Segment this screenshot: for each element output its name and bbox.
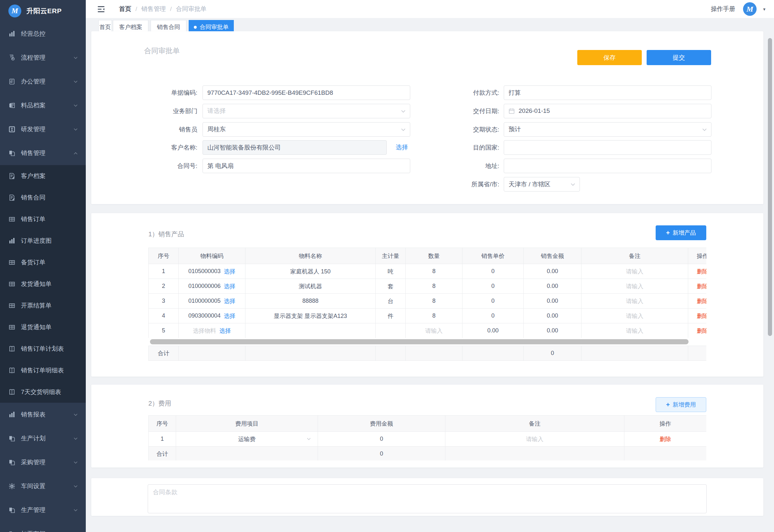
sidebar-item-销售合同[interactable]: 销售合同 [0, 187, 86, 208]
sidebar-item-退货通知单[interactable]: 退货通知单 [0, 316, 86, 338]
sidebar-item-料品档案[interactable]: 料品档案 [0, 94, 86, 117]
cell-amount[interactable]: 0 [318, 432, 445, 447]
cell-qty[interactable]: 8 [406, 309, 462, 323]
sidebar-item-生产管理[interactable]: 生产管理 [0, 498, 86, 522]
contract-terms-textarea[interactable]: 合同条款 [148, 484, 707, 513]
delete-row-link[interactable]: 删除 [697, 283, 707, 290]
sidebar-item-客户档案[interactable]: 客户档案 [0, 165, 86, 187]
avatar[interactable] [743, 2, 757, 16]
vertical-scrollbar[interactable] [768, 38, 772, 336]
tab-销售合同[interactable]: 销售合同 [151, 20, 186, 31]
manual-link[interactable]: 操作手册 [711, 5, 735, 13]
cell-note[interactable]: 请输入 [581, 279, 688, 294]
copy-icon [9, 459, 15, 466]
sidebar-item-研发管理[interactable]: 研发管理 [0, 117, 86, 141]
tab-客户档案[interactable]: 客户档案 [113, 20, 148, 31]
add-product-button[interactable]: 新增产品 [656, 225, 706, 240]
sidebar-item-销售报表[interactable]: 销售报表 [0, 403, 86, 427]
delete-fee-link[interactable]: 删除 [660, 436, 671, 442]
sidebar-item-销售订单[interactable]: 销售订单 [0, 208, 86, 230]
cell-note[interactable]: 请输入 [581, 309, 688, 323]
field-业务部门[interactable]: 请选择 [203, 104, 410, 118]
field-交付日期[interactable]: 2026-01-15 [504, 104, 711, 118]
field-客户名称[interactable]: 山河智能装备股份有限公司 [203, 140, 387, 155]
products-grid: 合计0 [148, 346, 706, 361]
choose-material-link[interactable]: 选择 [224, 297, 235, 305]
field-销售员[interactable]: 周桂东 [203, 122, 410, 137]
tab-合同审批单[interactable]: 合同审批单 [189, 20, 234, 31]
cell-price[interactable]: 0 [462, 279, 524, 294]
sidebar-item-7天交货明细表[interactable]: 7天交货明细表 [0, 381, 86, 403]
sidebar-item-经营总控[interactable]: 经营总控 [0, 22, 86, 46]
total-amount: 0 [318, 447, 445, 461]
field-合同号[interactable]: 第 电风扇 [203, 159, 410, 173]
cell-note[interactable]: 请输入 [445, 432, 624, 447]
cell-price[interactable]: 0 [462, 309, 524, 323]
horizontal-scrollbar[interactable] [150, 339, 689, 344]
cell-qty[interactable]: 8 [406, 264, 462, 279]
note-placeholder: 请输入 [626, 283, 643, 290]
breadcrumb-item[interactable]: 销售管理 [141, 5, 166, 13]
caret-down-icon[interactable] [762, 7, 766, 12]
cell-qty[interactable]: 8 [406, 279, 462, 294]
sidebar-item-销售订单计划表[interactable]: 销售订单计划表 [0, 338, 86, 360]
cell-price[interactable]: 0 [462, 264, 524, 279]
sidebar-item-办公管理[interactable]: 办公管理 [0, 70, 86, 94]
field-地址[interactable] [504, 159, 711, 173]
field-交期状态[interactable]: 预计 [504, 122, 711, 137]
chevron-down-icon [73, 412, 78, 417]
material-code: 选择物料 [193, 327, 216, 335]
sidebar-item-加工车间[interactable]: 加工车间 [0, 522, 86, 532]
total-empty [406, 346, 462, 361]
qty-placeholder: 请输入 [425, 328, 443, 334]
book-icon [9, 367, 15, 374]
save-button[interactable]: 保存 [577, 50, 642, 65]
field-目的国家[interactable] [504, 140, 711, 155]
sidebar-item-label: 销售合同 [21, 193, 45, 202]
cell-note[interactable]: 请输入 [581, 294, 688, 309]
sidebar-item-销售管理[interactable]: 销售管理 [0, 141, 86, 165]
terms-placeholder: 合同条款 [153, 489, 177, 496]
choose-material-link[interactable]: 选择 [224, 312, 235, 320]
sidebar-item-label: 加工车间 [21, 530, 45, 532]
field-付款方式[interactable]: 打算 [504, 85, 711, 100]
delete-row-link[interactable]: 删除 [697, 313, 707, 319]
sidebar-item-发货通知单[interactable]: 发货通知单 [0, 273, 86, 295]
sidebar-item-开票结算单[interactable]: 开票结算单 [0, 295, 86, 316]
cell-note[interactable]: 请输入 [581, 264, 688, 279]
cell-note[interactable]: 请输入 [581, 323, 688, 338]
cell-name: 家庭机器人 150 [245, 264, 376, 279]
cell-qty[interactable]: 请输入 [406, 323, 462, 338]
tab-首页[interactable]: 首页 [98, 20, 112, 31]
delete-row-link[interactable]: 删除 [697, 328, 707, 334]
submit-button[interactable]: 提交 [647, 50, 711, 65]
cell-qty[interactable]: 8 [406, 294, 462, 309]
sidebar-item-车间设置[interactable]: 车间设置 [0, 474, 86, 498]
cell-no: 5 [149, 323, 179, 338]
sidebar-item-销售订单明细表[interactable]: 销售订单明细表 [0, 360, 86, 381]
sidebar-item-流程管理[interactable]: 流程管理 [0, 46, 86, 70]
choose-material-link[interactable]: 选择 [224, 268, 235, 275]
column-header: 费用项目 [176, 416, 318, 432]
sidebar-item-生产计划[interactable]: 生产计划 [0, 427, 86, 450]
delete-row-link[interactable]: 删除 [697, 298, 707, 304]
breadcrumb-item[interactable]: 首页 [119, 5, 131, 13]
total-empty [245, 346, 376, 361]
menu-fold-icon[interactable] [97, 5, 105, 14]
fee-item-select[interactable]: 运输费 [176, 432, 318, 447]
cell-price[interactable]: 0.00 [462, 323, 524, 338]
sidebar-item-备货订单[interactable]: 备货订单 [0, 251, 86, 273]
sidebar-item-订单进度图[interactable]: 订单进度图 [0, 230, 86, 251]
choose-material-link[interactable]: 选择 [224, 282, 235, 290]
sidebar-item-采购管理[interactable]: 采购管理 [0, 450, 86, 474]
field-所属省市[interactable]: 天津市 / 市辖区 [504, 177, 580, 192]
tab-label: 首页 [99, 23, 111, 31]
choose-material-link[interactable]: 选择 [219, 327, 231, 335]
delete-row-link[interactable]: 删除 [697, 268, 707, 275]
cell-price[interactable]: 0 [462, 294, 524, 309]
total-empty [179, 346, 245, 361]
sidebar-item-label: 销售订单计划表 [21, 345, 64, 353]
field-单据编码[interactable]: 9770CA17-3497-4DB2-995E-B49E9CF61BD8 [203, 85, 410, 100]
add-fee-button[interactable]: 新增费用 [656, 397, 706, 412]
chevron-down-icon [73, 484, 78, 489]
